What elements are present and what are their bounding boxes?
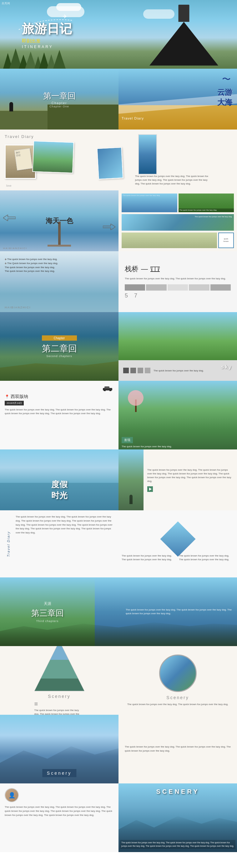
haibianzhici-bottom: HAIBIANZHICI bbox=[5, 306, 31, 309]
slide10-left-content: 天涯 第三章回 Third chapters bbox=[0, 578, 95, 646]
cloud-sea-text: 云游 大海 bbox=[217, 87, 232, 107]
slide8-left: 度假 时光 bbox=[0, 450, 119, 510]
pier-deck bbox=[48, 245, 71, 247]
avatar: 👤 bbox=[5, 788, 19, 802]
number-5: 5 bbox=[125, 292, 128, 299]
location-pin: 📍 bbox=[5, 395, 9, 399]
photo-bordered-text: quickbrown bbox=[223, 238, 229, 243]
slide12-text: The quick brown fox jumps over the lazy … bbox=[125, 745, 231, 753]
zhanqiao-row: 栈桥 — bbox=[125, 265, 231, 274]
slide13-left: 👤 The quick brown fox jumps over the laz… bbox=[0, 783, 119, 852]
slide-10: 天涯 第三章回 Third chapters The quick brown f… bbox=[0, 578, 237, 646]
slide5-right: 栈桥 — The quick brown fox jumps over the … bbox=[119, 251, 237, 312]
gsq-dark-2 bbox=[130, 368, 136, 373]
tent bbox=[150, 22, 218, 66]
watermark: 美秀网 bbox=[2, 2, 10, 6]
diamond-2: ◆ bbox=[5, 262, 7, 265]
slide2-right: Travel Diary 〜 云游 大海 bbox=[119, 69, 237, 129]
dujia-cn: 度假 bbox=[51, 479, 68, 490]
triangle-photo-svg bbox=[34, 646, 84, 694]
page-wrapper: ✈ 旅游日记 即刻出发 ITINERARY 美秀网 第一章回 Chapter C… bbox=[0, 0, 237, 852]
main-title: 旅游日记 bbox=[22, 20, 72, 37]
fajian-badge: 发现 bbox=[122, 437, 133, 443]
rotated-label-area: Travel Diary bbox=[5, 515, 12, 573]
location-name: 西双版纳 bbox=[10, 394, 28, 400]
chapter1-cn: 第一章回 bbox=[43, 91, 76, 101]
photo-landscape bbox=[32, 141, 74, 173]
love-label: love bbox=[6, 184, 11, 187]
scenery-circle bbox=[159, 654, 197, 692]
slide-13: 👤 The quick brown fox jumps over the laz… bbox=[0, 783, 237, 852]
tianya-cn: 天涯 bbox=[44, 601, 51, 607]
chapter3-en: Third chapters bbox=[36, 620, 59, 623]
arrow-svg-2 bbox=[103, 224, 115, 230]
slide11-left: Scenery ≡ The quick brown fox jumps over… bbox=[0, 646, 119, 715]
dujia-text: 度假 时光 bbox=[51, 479, 68, 501]
photo-row-top: The quick brown fox jumps over the lazy … bbox=[122, 193, 234, 212]
photo-top-2: The quick brown fox jumps over the lazy … bbox=[179, 193, 234, 212]
svg-marker-1 bbox=[103, 224, 115, 230]
slide-4: 海天一色 HAIBIANZHICI The quick brown fox ju… bbox=[0, 190, 237, 251]
haitian-cn: 海天一色 bbox=[46, 216, 73, 226]
slide-3: Travel Diary 👤 旅行日记 love bbox=[0, 129, 237, 190]
scenery-label-right: Scenery bbox=[166, 695, 189, 700]
photo-middle: The quick brown fox jumps over the lazy … bbox=[122, 214, 234, 231]
slide11-left-text: The quick brown fox jumps over the lazy … bbox=[34, 709, 84, 715]
slide12-right: The quick brown fox jumps over the lazy … bbox=[119, 715, 237, 783]
gsq-1 bbox=[125, 284, 145, 290]
chapter1-badge: 第一章回 Chapter Chapter One bbox=[43, 91, 76, 108]
slide7-right: 发现 The quick brown fox jumps over the la… bbox=[119, 381, 237, 450]
text-col-1: The quick brown fox jumps over the lazy … bbox=[122, 554, 177, 561]
tree-overlay bbox=[128, 384, 143, 412]
slide-12: Scenery The quick brown fox jumps over t… bbox=[0, 715, 237, 783]
gsq-5 bbox=[210, 284, 231, 290]
gray-area: The quick brown fox jumps over the lazy … bbox=[119, 360, 237, 381]
slide6-right: The quick brown fox jumps over the lazy … bbox=[119, 312, 237, 381]
dujia-cn1: 度假 bbox=[51, 480, 68, 489]
eq-sign: ≡ bbox=[34, 701, 84, 708]
photo-text-1: The quick brown fox jumps over the lazy … bbox=[122, 193, 177, 198]
slide4-left: 海天一色 HAIBIANZHICI bbox=[0, 190, 119, 251]
travel-diary-rotated: Travel Diary bbox=[7, 531, 10, 557]
subtitle-en: ITINERARY bbox=[22, 44, 72, 49]
slide6-left: Chapter 第二章回 Second chapters bbox=[0, 312, 119, 381]
slide8-text-area: The quick brown fox jumps over the lazy … bbox=[143, 450, 237, 510]
chapter3-cn: 第三章回 bbox=[31, 608, 64, 619]
bridge-icon bbox=[150, 265, 160, 273]
title-area: 旅游日记 即刻出发 ITINERARY bbox=[22, 20, 72, 49]
play-button[interactable] bbox=[147, 486, 153, 492]
haitian-text-area: 海天一色 bbox=[46, 216, 73, 226]
plane-icon: ✈ bbox=[62, 13, 67, 20]
chapter2-cn: 第二章回 bbox=[42, 343, 77, 354]
number-7: 7 bbox=[134, 292, 137, 299]
text-col-2: The quick brown fox jumps over the lazy … bbox=[179, 554, 234, 561]
gsq-4 bbox=[189, 284, 209, 290]
hiker-silhouette bbox=[129, 495, 133, 504]
slide-11: Scenery ≡ The quick brown fox jumps over… bbox=[0, 646, 237, 715]
location-row: 📍 西双版纳 bbox=[5, 394, 114, 400]
play-icon bbox=[149, 488, 152, 491]
scenery-bottom-text: The quick brown fox jumps over the lazy … bbox=[120, 840, 235, 849]
gray-squares-grid bbox=[125, 284, 231, 290]
tent-door bbox=[179, 5, 189, 22]
tent-body bbox=[150, 22, 218, 66]
slide-2: 第一章回 Chapter Chapter One Travel Diary 〜 … bbox=[0, 69, 237, 129]
photo-text-3: The quick brown fox jumps over the lazy … bbox=[195, 216, 232, 218]
wave-icon: 〜 bbox=[222, 73, 231, 85]
arrow-deco-left bbox=[3, 215, 16, 222]
diamond-photo bbox=[160, 521, 195, 557]
cloud-sea-cn2: 大海 bbox=[217, 97, 232, 107]
arrow-deco-right bbox=[103, 224, 115, 231]
slide5-right-text: The quick brown fox jumps over the lazy … bbox=[125, 277, 231, 281]
gsq-2 bbox=[146, 284, 166, 290]
slide7-right-text: The quick brown fox jumps over the lazy … bbox=[122, 445, 234, 448]
chapter2-label-badge: Chapter bbox=[42, 336, 77, 341]
svg-marker-0 bbox=[3, 215, 16, 221]
slide12-left: Scenery bbox=[0, 715, 119, 783]
tree-8 bbox=[53, 50, 65, 69]
avatar-sim: 👤 bbox=[5, 789, 18, 802]
photo-text-2: The quick brown fox jumps over the lazy … bbox=[179, 209, 234, 212]
travel-diary-label: Travel Diary bbox=[5, 134, 126, 139]
cloud-sea-cn1: 云游 bbox=[217, 87, 232, 97]
slide5-left-text: ◆ The quick brown fox jumps over the laz… bbox=[5, 257, 114, 273]
